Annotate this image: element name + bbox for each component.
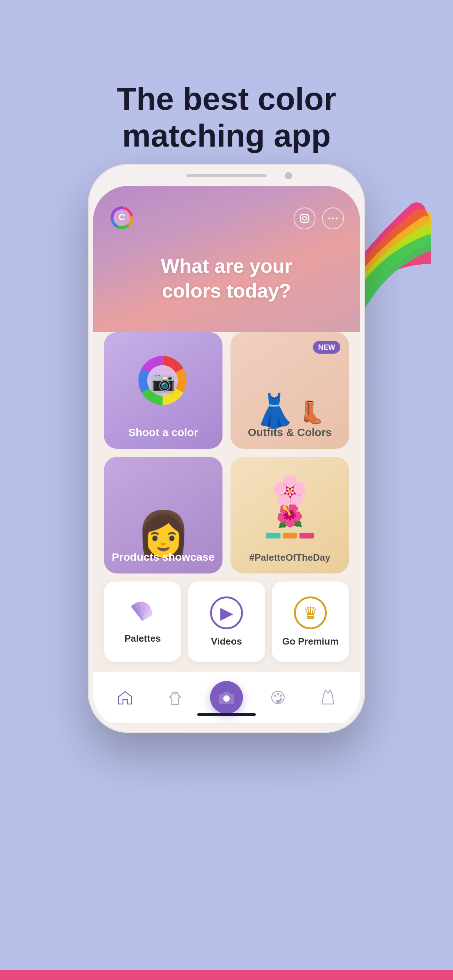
products-showcase-card[interactable]: 👩 Products showcase: [104, 457, 222, 573]
videos-card[interactable]: ▶ Videos: [188, 582, 265, 662]
app-screen: C: [93, 186, 360, 728]
more-options-button[interactable]: [322, 207, 344, 229]
nav-dress[interactable]: [313, 689, 343, 705]
nav-wardrobe[interactable]: [161, 690, 190, 705]
bottom-cards-row: Palettes ▶ Videos ♛ Go Premium: [93, 573, 360, 662]
phone-shell: C: [88, 164, 365, 733]
palette-of-day-label: #PaletteOfTheDay: [249, 552, 330, 563]
svg-text:C: C: [118, 212, 125, 222]
nav-palette[interactable]: [263, 690, 292, 705]
palette-illustration: 🌸 🌺: [231, 457, 349, 555]
palette-fan-icon: [128, 600, 157, 626]
products-illustration: 👩: [104, 457, 222, 555]
app-header: C: [93, 186, 360, 332]
nav-bar: [93, 671, 360, 722]
svg-point-7: [336, 218, 338, 220]
bottom-bar: [0, 970, 453, 980]
shoot-color-card[interactable]: 📷 Shoot a color: [104, 332, 222, 449]
go-premium-label: Go Premium: [282, 636, 339, 647]
outfits-colors-label: Outfits & Colors: [248, 426, 332, 439]
outfits-colors-card[interactable]: NEW 👗 👢 Outfits & Colors: [231, 332, 349, 449]
shoot-color-illustration: 📷: [104, 332, 222, 431]
svg-point-14: [274, 695, 276, 697]
phone-camera: [285, 172, 292, 180]
products-showcase-label: Products showcase: [112, 551, 215, 563]
go-premium-card[interactable]: ♛ Go Premium: [272, 582, 349, 662]
header-right-icons: [293, 207, 344, 229]
svg-point-12: [225, 697, 228, 700]
svg-point-15: [277, 693, 279, 695]
camera-icon: 📷: [152, 371, 175, 393]
nav-home[interactable]: [110, 690, 140, 705]
svg-point-6: [332, 218, 334, 220]
svg-point-4: [307, 215, 308, 216]
crown-icon: ♛: [294, 597, 327, 629]
shoot-color-label: Shoot a color: [128, 426, 198, 439]
app-logo: C: [109, 205, 135, 232]
feature-cards-grid: 📷 Shoot a color NEW 👗 👢 Outfits & Colors: [93, 321, 360, 573]
palette-of-day-card[interactable]: 🌸 🌺 #PaletteOfTheDay: [231, 457, 349, 573]
phone-notch: [187, 174, 266, 177]
new-badge: NEW: [313, 341, 340, 354]
app-tagline: What are yourcolors today?: [109, 254, 344, 303]
header-icons-row: C: [109, 205, 344, 232]
svg-point-3: [303, 216, 306, 220]
play-button-icon: ▶: [210, 597, 243, 629]
hero-title: The best color matching app: [0, 80, 453, 154]
svg-point-16: [280, 695, 282, 697]
nav-camera[interactable]: [210, 681, 243, 714]
phone-mockup: C: [88, 164, 365, 733]
palettes-card[interactable]: Palettes: [104, 582, 181, 662]
videos-label: Videos: [211, 636, 242, 647]
palettes-label: Palettes: [124, 633, 161, 644]
svg-point-5: [329, 218, 330, 220]
home-indicator: [197, 713, 256, 716]
hero-section: The best color matching app: [0, 80, 453, 154]
instagram-button[interactable]: [293, 207, 316, 229]
